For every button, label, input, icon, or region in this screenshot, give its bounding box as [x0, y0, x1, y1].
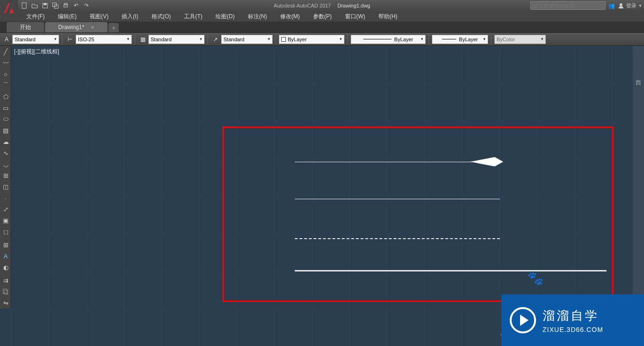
- svg-point-7: [620, 3, 622, 6]
- view-cube-label[interactable]: 西: [636, 79, 641, 87]
- save-icon[interactable]: [40, 1, 50, 10]
- brand-cn: 溜溜自学: [543, 308, 603, 324]
- quick-access-toolbar: ↶ ↷: [20, 1, 91, 10]
- lineweight-dropdown[interactable]: ByLayer: [432, 35, 488, 44]
- svg-rect-2: [44, 3, 46, 5]
- table-tool-icon[interactable]: ⊞: [0, 239, 11, 250]
- dimstyle-icon[interactable]: ⊢: [65, 35, 75, 44]
- menu-help[interactable]: 帮助(H): [372, 11, 404, 22]
- brand-watermark: 溜溜自学 ZIXUE.3D66.COM: [501, 294, 644, 346]
- viewport-label[interactable]: [-][俯视][二维线框]: [14, 48, 59, 56]
- align-tool-icon[interactable]: ⇉: [0, 275, 11, 286]
- open-icon[interactable]: [30, 1, 39, 10]
- left-tool-palette: ╱ 〰 ○ ⌒ ⬠ ▭ ⬭ ▨ ☁ ∿ ◡ ⊞ ◫ · ⤢ ▣ ◻ ⊞ A ◐ …: [0, 46, 11, 308]
- plotstyle-dropdown[interactable]: ByColor: [494, 35, 546, 44]
- linetype-dropdown[interactable]: ByLayer: [351, 35, 426, 44]
- ellipse-tool-icon[interactable]: ⬭: [0, 113, 11, 125]
- print-icon[interactable]: [61, 1, 70, 10]
- entity-arrow-head[interactable]: [470, 155, 503, 169]
- region-tool-icon[interactable]: ▣: [0, 215, 11, 226]
- title-center: Autodesk AutoCAD 2017 Drawing1.dwg: [274, 3, 370, 8]
- spline-tool-icon[interactable]: ∿: [0, 147, 11, 158]
- block-tool-icon[interactable]: ◫: [0, 181, 11, 192]
- entity-line-2[interactable]: [295, 199, 500, 199]
- menu-tools[interactable]: 工具(T): [177, 11, 209, 22]
- circle-tool-icon[interactable]: ○: [0, 68, 11, 80]
- menu-bar: 文件(F) 编辑(E) 视图(V) 插入(I) 格式(O) 工具(T) 绘图(D…: [0, 11, 644, 22]
- svg-rect-6: [64, 3, 67, 5]
- property-toolbar: A Standard ⊢ ISO-25 ▦ Standard ↗ Standar…: [0, 33, 644, 46]
- brand-url: ZIXUE.3D66.COM: [543, 326, 603, 333]
- svg-rect-0: [22, 3, 26, 8]
- infocenter-icon[interactable]: 👥: [608, 3, 615, 9]
- menu-format[interactable]: 格式(O): [145, 11, 177, 22]
- hatch-tool-icon[interactable]: ▨: [0, 125, 11, 136]
- point-tool-icon[interactable]: ·: [0, 192, 11, 203]
- login-label: 登录: [626, 2, 636, 9]
- text-tool-icon[interactable]: A: [0, 250, 11, 262]
- svg-rect-5: [64, 5, 68, 7]
- new-icon[interactable]: [20, 1, 29, 10]
- tablestyle-icon[interactable]: ▦: [138, 35, 147, 44]
- login-button[interactable]: 登录 ▼: [618, 2, 642, 9]
- svg-marker-8: [470, 157, 503, 166]
- entity-arrow-line[interactable]: [295, 162, 473, 162]
- app-logo[interactable]: [0, 0, 18, 18]
- gradient-tool-icon[interactable]: ◐: [0, 262, 11, 273]
- highlight-rectangle: [222, 127, 613, 302]
- right-nav-strip: 西: [633, 46, 644, 299]
- user-icon: [618, 2, 624, 9]
- rectangle-tool-icon[interactable]: ▭: [0, 102, 11, 113]
- xline-tool-icon[interactable]: ⤢: [0, 203, 11, 215]
- document-tabs: 开始 Drawing1*✕ +: [0, 22, 644, 33]
- tab-start-label: 开始: [20, 23, 31, 31]
- menu-view[interactable]: 视图(V): [83, 11, 115, 22]
- boundary-tool-icon[interactable]: ◻: [0, 226, 11, 237]
- menu-window[interactable]: 窗口(W): [338, 11, 372, 22]
- elliparc-tool-icon[interactable]: ◡: [0, 158, 11, 170]
- title-bar: ↶ ↷ Autodesk AutoCAD 2017 Drawing1.dwg 👥…: [0, 0, 644, 11]
- tablestyle-dropdown[interactable]: Standard: [148, 35, 205, 44]
- menu-insert[interactable]: 插入(I): [115, 11, 145, 22]
- mleader-dropdown[interactable]: Standard: [221, 35, 273, 44]
- polygon-tool-icon[interactable]: ⬠: [0, 91, 11, 102]
- textstyle-icon[interactable]: A: [2, 35, 11, 44]
- menu-draw[interactable]: 绘图(D): [209, 11, 241, 22]
- undo-icon[interactable]: ↶: [71, 1, 81, 10]
- color-dropdown[interactable]: ByLayer: [279, 35, 345, 44]
- redo-icon[interactable]: ↷: [82, 1, 91, 10]
- tab-add-button[interactable]: +: [108, 23, 119, 32]
- menu-param[interactable]: 参数(P): [307, 11, 338, 22]
- tab-drawing1-label: Drawing1*: [58, 24, 84, 30]
- play-icon: [510, 307, 536, 333]
- revcloud-tool-icon[interactable]: ☁: [0, 136, 11, 147]
- entity-dashed-line[interactable]: [295, 238, 500, 239]
- doc-name: Drawing1.dwg: [337, 3, 370, 8]
- insert-tool-icon[interactable]: ⊞: [0, 170, 11, 181]
- textstyle-dropdown[interactable]: Standard: [12, 35, 59, 44]
- tab-start[interactable]: 开始: [7, 22, 44, 32]
- mirror-tool-icon[interactable]: ⇋: [0, 297, 11, 308]
- arc-tool-icon[interactable]: ⌒: [0, 80, 11, 91]
- app-name: Autodesk AutoCAD 2017: [274, 3, 331, 8]
- entity-thick-line[interactable]: [295, 270, 606, 271]
- close-icon[interactable]: ✕: [91, 25, 94, 30]
- dimstyle-dropdown[interactable]: ISO-25: [76, 35, 132, 44]
- menu-modify[interactable]: 修改(M): [274, 11, 307, 22]
- saveas-icon[interactable]: [51, 1, 60, 10]
- copy-tool-icon[interactable]: ⿻: [0, 286, 11, 297]
- search-input[interactable]: [530, 1, 606, 10]
- line-tool-icon[interactable]: ╱: [0, 46, 11, 57]
- menu-edit[interactable]: 编辑(E): [51, 11, 83, 22]
- mleader-icon[interactable]: ↗: [211, 35, 220, 44]
- title-right: 👥 登录 ▼: [530, 1, 642, 10]
- tab-drawing1[interactable]: Drawing1*✕: [45, 22, 107, 32]
- menu-file[interactable]: 文件(F): [20, 11, 51, 22]
- menu-dimension[interactable]: 标注(N): [241, 11, 274, 22]
- paw-watermark-icon: 🐾: [527, 271, 544, 286]
- polyline-tool-icon[interactable]: 〰: [0, 57, 11, 68]
